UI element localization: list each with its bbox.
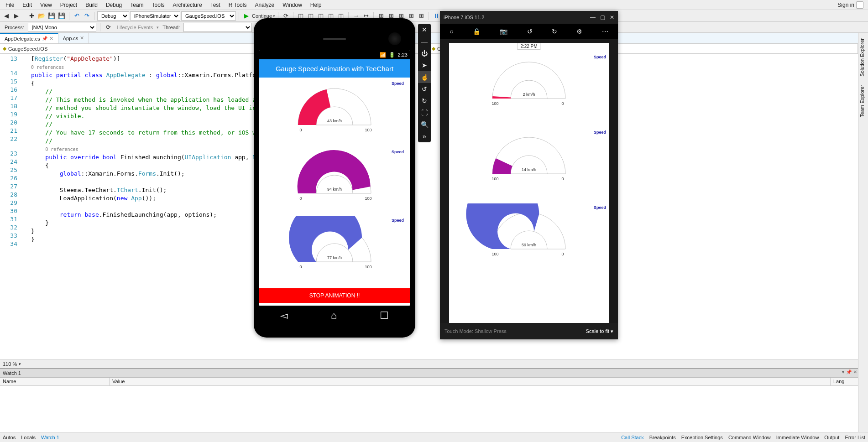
menu-test[interactable]: Test — [207, 1, 224, 9]
svg-text:0: 0 — [561, 252, 564, 256]
save-all-icon[interactable]: 💾 — [57, 11, 66, 21]
ios-toolbar: ○ 🔒 📷 ↺ ↻ ⚙ ⋯ — [440, 24, 618, 39]
emu-more-icon[interactable]: » — [418, 130, 431, 142]
save-icon[interactable]: 💾 — [47, 11, 56, 21]
bottom-tab-exception-settings[interactable]: Exception Settings — [681, 435, 723, 440]
svg-text:14 km/h: 14 km/h — [522, 167, 536, 172]
bottom-tab-output[interactable]: Output — [824, 435, 839, 440]
emu-touch-icon[interactable]: ☝ — [418, 71, 431, 83]
thread-select[interactable] — [183, 23, 252, 32]
watch-col-value[interactable]: Value — [110, 378, 831, 385]
bottom-tab-locals[interactable]: Locals — [21, 435, 36, 440]
menu-help[interactable]: Help — [307, 1, 325, 9]
watch-dropdown-icon[interactable]: ▾ — [842, 369, 844, 374]
ios-scale-select[interactable]: Scale to fit ▾ — [586, 328, 613, 334]
redo-icon[interactable]: ↷ — [82, 11, 91, 21]
emu-rotate-left-icon[interactable]: ↺ — [418, 83, 431, 95]
continue-icon[interactable]: ▶ — [242, 11, 251, 21]
gauge-chart: 94 km/h 0 100 — [266, 148, 403, 203]
nav-fwd-icon[interactable]: ▶ — [12, 11, 21, 21]
android-home-icon[interactable]: ⌂ — [331, 310, 337, 322]
nav-back-icon[interactable]: ◀ — [2, 11, 11, 21]
emu-close-icon[interactable]: ✕ — [418, 24, 431, 36]
ios-gauge-0: Speed 2 km/h 100 0 — [449, 53, 609, 128]
watch-pin-icon[interactable]: 📌 — [846, 369, 852, 374]
bottom-tab-error-list[interactable]: Error List — [845, 435, 865, 440]
tb-ic11[interactable]: ⊞ — [407, 11, 416, 21]
emu-min-icon[interactable]: — — [418, 36, 431, 47]
ios-rotate-right-icon[interactable]: ↻ — [552, 28, 557, 35]
user-icon — [856, 1, 863, 9]
gauge-chart: 43 km/h 0 100 — [266, 79, 403, 134]
menu-view[interactable]: View — [37, 1, 56, 9]
menu-debug[interactable]: Debug — [102, 1, 125, 9]
bottom-tab-call-stack[interactable]: Call Stack — [621, 435, 644, 440]
emu-pointer-icon[interactable]: ➤ — [418, 59, 431, 71]
panel-tab-solution-explorer[interactable]: Solution Explorer — [858, 35, 868, 80]
sign-in-link[interactable]: Sign in — [837, 1, 866, 9]
open-icon[interactable]: 📂 — [37, 11, 46, 21]
continue-label[interactable]: Continue — [252, 13, 272, 19]
emu-fit-icon[interactable]: ⛶ — [418, 107, 431, 119]
gauge-chart: 59 km/h 100 0 — [460, 203, 597, 258]
gauge-chart: 2 km/h 100 0 — [460, 53, 597, 108]
watch-close-icon[interactable]: ✕ — [853, 369, 857, 374]
svg-text:77 km/h: 77 km/h — [327, 255, 342, 260]
ios-close-icon[interactable]: ✕ — [610, 14, 614, 21]
menu-r-tools[interactable]: R Tools — [225, 1, 251, 9]
ios-screenshot-icon[interactable]: 📷 — [500, 28, 507, 35]
device-select[interactable]: iPhoneSimulator — [130, 11, 180, 21]
bottom-tab-command-window[interactable]: Command Window — [728, 435, 771, 440]
menu-analyze[interactable]: Analyze — [251, 1, 278, 9]
project-select[interactable]: GaugeSpeed.iOS — [181, 11, 236, 21]
menu-architecture[interactable]: Architecture — [169, 1, 206, 9]
process-label: Process: — [3, 25, 26, 30]
new-icon[interactable]: ✚ — [27, 11, 36, 21]
android-gauge-1: Speed 94 km/h 0 100 — [262, 148, 407, 216]
menu-build[interactable]: Build — [82, 1, 101, 9]
zoom-value[interactable]: 110 % — [3, 361, 17, 367]
menu-tools[interactable]: Tools — [148, 1, 168, 9]
svg-text:100: 100 — [365, 196, 371, 201]
android-app-title: Gauge Speed Animation with TeeChart — [276, 65, 393, 73]
config-select[interactable]: Debug — [97, 11, 129, 21]
watch-col-name[interactable]: Name — [0, 378, 110, 385]
android-back-icon[interactable]: ◅ — [280, 310, 288, 322]
menu-team[interactable]: Team — [126, 1, 147, 9]
file-tab-appdelegate-cs[interactable]: AppDelegate.cs 📌 ✕ — [0, 33, 58, 43]
menu-window[interactable]: Window — [279, 1, 306, 9]
ios-max-icon[interactable]: ▢ — [600, 14, 605, 21]
emu-power-icon[interactable]: ⏻ — [418, 47, 431, 59]
lifecycle-label[interactable]: Lifecycle Events — [115, 25, 155, 30]
ios-rotate-left-icon[interactable]: ↺ — [527, 28, 533, 35]
close-icon[interactable]: ✕ — [49, 36, 53, 42]
menu-edit[interactable]: Edit — [19, 1, 36, 9]
android-recent-icon[interactable]: ☐ — [380, 310, 389, 322]
bottom-tab-watch-1[interactable]: Watch 1 — [41, 435, 59, 440]
lifecycle-icon[interactable]: ⟳ — [104, 23, 113, 32]
watch-body[interactable] — [0, 386, 858, 432]
stop-animation-button[interactable]: STOP ANIMATION !! — [259, 288, 410, 303]
ios-home-icon[interactable]: ○ — [450, 28, 453, 35]
bottom-tab-autos[interactable]: Autos — [3, 435, 16, 440]
bottom-tab-immediate-window[interactable]: Immediate Window — [776, 435, 819, 440]
menu-project[interactable]: Project — [57, 1, 81, 9]
ios-more-icon[interactable]: ⋯ — [602, 28, 608, 35]
ios-min-icon[interactable]: — — [590, 14, 596, 21]
emu-rotate-right-icon[interactable]: ↻ — [418, 95, 431, 107]
emu-zoom-icon[interactable]: 🔍 — [418, 119, 431, 130]
process-select[interactable]: [N/A] Mono — [28, 23, 96, 32]
android-status-bar: 📶 🔋 2:23 — [259, 50, 410, 59]
tb-ic12[interactable]: ⊞ — [417, 11, 426, 21]
ios-lock-icon[interactable]: 🔒 — [473, 28, 481, 35]
undo-icon[interactable]: ↶ — [72, 11, 81, 21]
close-icon[interactable]: ✕ — [80, 35, 84, 41]
pin-icon[interactable]: 📌 — [42, 36, 47, 41]
file-tab-app-cs[interactable]: App.cs ✕ — [58, 33, 89, 43]
menu-file[interactable]: File — [2, 1, 18, 9]
gauge-series-label: Speed — [594, 55, 606, 59]
bottom-tab-breakpoints[interactable]: Breakpoints — [649, 435, 676, 440]
watch-col-lang[interactable]: Lang — [831, 378, 858, 385]
panel-tab-team-explorer[interactable]: Team Explorer — [858, 81, 868, 121]
ios-settings-icon[interactable]: ⚙ — [576, 28, 582, 35]
